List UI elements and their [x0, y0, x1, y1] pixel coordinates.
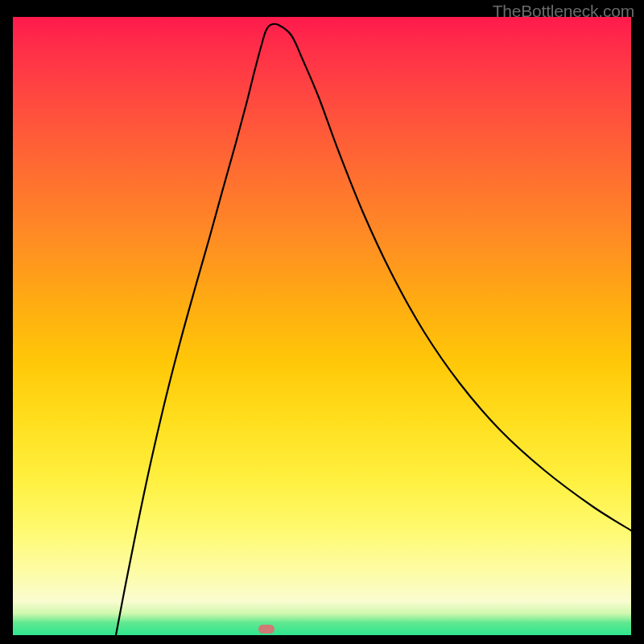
watermark: TheBottleneck.com [493, 2, 634, 21]
bottleneck-curve [13, 17, 631, 635]
optimal-marker [258, 625, 275, 634]
